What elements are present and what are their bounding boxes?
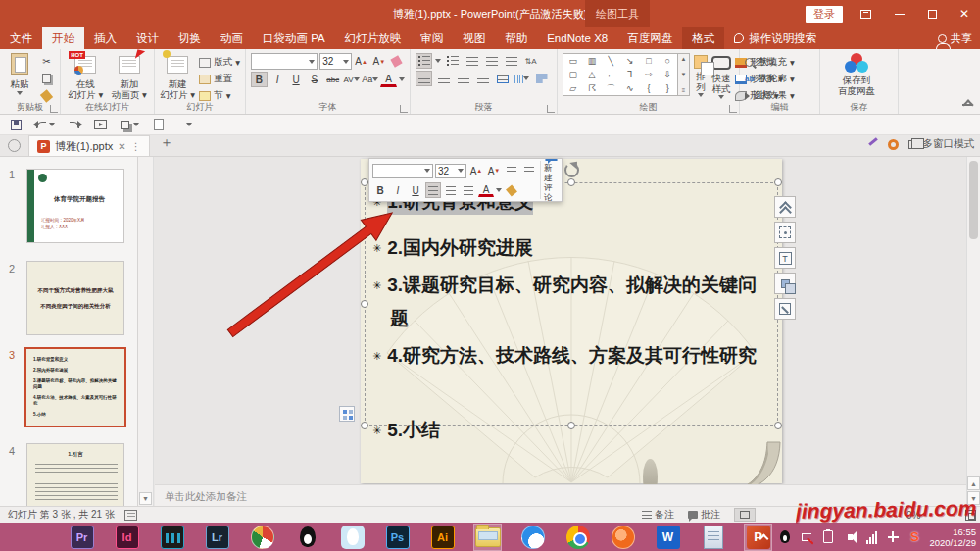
taskbar-illustrator-icon[interactable]: Ai bbox=[429, 525, 456, 550]
decrease-indent-button[interactable] bbox=[464, 53, 480, 69]
font-color-dropdown[interactable] bbox=[399, 77, 405, 81]
normal-view-button[interactable] bbox=[734, 508, 756, 522]
tab-menu-icon[interactable]: ⋮ bbox=[131, 141, 141, 152]
assistant-icon[interactable] bbox=[8, 139, 21, 152]
new-tab-button[interactable]: ＋ bbox=[160, 134, 173, 152]
clear-formatting-button[interactable] bbox=[389, 54, 405, 70]
gear-icon[interactable] bbox=[888, 139, 899, 150]
change-case-button[interactable]: Aa bbox=[362, 72, 378, 87]
alignment-anchor-icon[interactable] bbox=[339, 406, 355, 422]
agenda-line-2[interactable]: ✳ 2.国内外研究进展 bbox=[372, 235, 533, 261]
redo-button[interactable] bbox=[67, 118, 82, 131]
mini-increase-indent-button[interactable] bbox=[521, 163, 537, 178]
align-left-button[interactable] bbox=[416, 71, 432, 86]
volume-icon[interactable] bbox=[843, 530, 857, 544]
copy-button[interactable] bbox=[38, 71, 55, 86]
close-tab-icon[interactable]: ✕ bbox=[118, 141, 125, 152]
tab-design[interactable]: 设计 bbox=[126, 27, 169, 49]
tab-animations[interactable]: 动画 bbox=[211, 27, 253, 49]
mini-align-left-button[interactable] bbox=[425, 182, 441, 198]
paste-button[interactable]: 粘贴 bbox=[5, 53, 34, 95]
justify-button[interactable] bbox=[474, 71, 491, 86]
mini-decrease-indent-button[interactable] bbox=[504, 163, 519, 178]
panel-scrollbar[interactable]: ▼ bbox=[138, 157, 154, 506]
agenda-line-3-wrap[interactable]: 题 bbox=[372, 306, 409, 331]
textbox-selection-border[interactable] bbox=[365, 182, 778, 426]
resize-handle-bottom-left[interactable] bbox=[361, 422, 368, 429]
share-document-button[interactable] bbox=[118, 118, 141, 131]
numbering-button[interactable] bbox=[444, 53, 461, 69]
mini-underline-button[interactable]: U bbox=[408, 182, 423, 198]
italic-button[interactable]: I bbox=[270, 72, 286, 87]
resize-handle-bottom-right[interactable] bbox=[774, 422, 782, 429]
taskbar-qq-browser-icon[interactable] bbox=[519, 525, 546, 550]
underline-button[interactable]: U bbox=[288, 72, 305, 87]
taskbar-sogou-browser-icon[interactable] bbox=[610, 525, 636, 550]
bold-button[interactable]: B bbox=[251, 72, 268, 87]
mini-font-color-button[interactable]: A bbox=[478, 183, 494, 197]
minimize-button[interactable] bbox=[885, 0, 914, 27]
mini-font-size-combo[interactable]: 32 bbox=[435, 164, 466, 178]
align-right-button[interactable] bbox=[455, 71, 471, 86]
online-slides-button[interactable]: HOT 在线幻灯片 ▾ bbox=[66, 53, 106, 100]
resize-handle-bottom-mid[interactable] bbox=[567, 422, 575, 429]
resize-handle-top-mid[interactable] bbox=[567, 178, 575, 186]
undo-button[interactable] bbox=[33, 118, 57, 131]
mini-align-right-button[interactable] bbox=[461, 182, 476, 198]
replace-button[interactable]: ab替换 ▾ bbox=[745, 72, 783, 86]
align-center-button[interactable] bbox=[435, 71, 452, 86]
increase-indent-button[interactable] bbox=[483, 53, 500, 69]
resize-handle-top-left[interactable] bbox=[361, 178, 368, 186]
taskbar-format-factory-icon[interactable] bbox=[249, 525, 275, 550]
previous-slide-button[interactable]: ▲ bbox=[967, 476, 980, 490]
rotate-handle-icon[interactable] bbox=[564, 163, 579, 177]
save-button[interactable] bbox=[8, 118, 24, 131]
new-document-button[interactable] bbox=[151, 118, 167, 131]
scrollbar-thumb[interactable] bbox=[969, 161, 978, 239]
panel-scroll-down-icon[interactable]: ▼ bbox=[139, 492, 152, 505]
new-slide-button[interactable]: 新建幻灯片 ▾ bbox=[160, 53, 195, 100]
line-spacing-button[interactable] bbox=[503, 53, 519, 69]
font-size-combo[interactable]: 32 bbox=[319, 53, 351, 70]
distribute-button[interactable] bbox=[494, 71, 511, 86]
shrink-font-button[interactable]: A▼ bbox=[371, 54, 387, 70]
mini-format-painter-button[interactable] bbox=[504, 182, 519, 198]
mini-font-name-combo[interactable] bbox=[372, 164, 433, 178]
columns-button[interactable] bbox=[514, 71, 530, 86]
abc-strike-button[interactable]: abc bbox=[324, 72, 341, 87]
start-slideshow-button[interactable] bbox=[92, 118, 108, 131]
tab-home[interactable]: 开始 bbox=[42, 27, 84, 49]
quick-styles-button[interactable]: 快速样式 bbox=[711, 53, 731, 99]
close-button[interactable]: ✕ bbox=[950, 0, 979, 27]
tab-endnote[interactable]: EndNote X8 bbox=[537, 27, 617, 49]
tab-baidu-netdisk[interactable]: 百度网盘 bbox=[617, 27, 682, 49]
bullets-dropdown[interactable] bbox=[435, 59, 441, 63]
taskbar-wps-icon[interactable]: W bbox=[655, 525, 681, 550]
proofing-icon[interactable] bbox=[124, 510, 137, 521]
mini-italic-button[interactable]: I bbox=[390, 182, 406, 198]
dialog-launcher-icon[interactable] bbox=[50, 105, 58, 113]
strikethrough-button[interactable]: S bbox=[306, 72, 322, 87]
agenda-line-5[interactable]: ✳ 5.小结 bbox=[372, 418, 440, 443]
network-signal-icon[interactable] bbox=[864, 530, 878, 544]
save-to-baidu-button[interactable]: 保存到百度网盘 bbox=[825, 53, 888, 96]
taskbar-file-explorer-icon[interactable] bbox=[474, 525, 501, 550]
slide-thumbnail-2[interactable]: 不同干预方式对营养性肥胖大鼠 不同炎症因子间的相关性分析 bbox=[26, 261, 124, 335]
layout-button[interactable]: 版式 ▾ bbox=[199, 55, 240, 70]
taskbar-premiere-icon[interactable]: Pr bbox=[69, 525, 95, 550]
customize-qat-button[interactable] bbox=[176, 118, 192, 131]
multi-window-button[interactable]: 多窗口模式 bbox=[908, 137, 975, 151]
slide-canvas[interactable]: ✳ 1.研究背景和意义 ✳ 2.国内外研究进展 ✳ 3.课题研究目标、研究内容、… bbox=[361, 159, 782, 483]
tab-help[interactable]: 帮助 bbox=[495, 27, 537, 49]
tab-format[interactable]: 格式 bbox=[682, 27, 724, 49]
textbox-tool-button[interactable]: T bbox=[774, 247, 796, 269]
login-button[interactable]: 登录 bbox=[806, 6, 843, 23]
tab-transitions[interactable]: 切换 bbox=[169, 27, 211, 49]
grow-font-button[interactable]: A▲ bbox=[354, 54, 369, 70]
collapse-strip-button[interactable] bbox=[774, 196, 796, 218]
vertical-scrollbar[interactable]: ▲ ▼ bbox=[966, 157, 980, 506]
dialog-launcher-icon[interactable] bbox=[547, 105, 555, 113]
slide-thumbnail-3-selected[interactable]: 1.研究背景和意义 2.国内外研究进展 3.课题研究目标、研究内容、拟解决的关键… bbox=[24, 347, 126, 427]
taskbar-notepad-icon[interactable] bbox=[700, 525, 726, 550]
slide-thumbnail-1[interactable]: 体育学院开题报告 汇报时间：2020年X月 汇报人：XXX bbox=[26, 169, 124, 243]
